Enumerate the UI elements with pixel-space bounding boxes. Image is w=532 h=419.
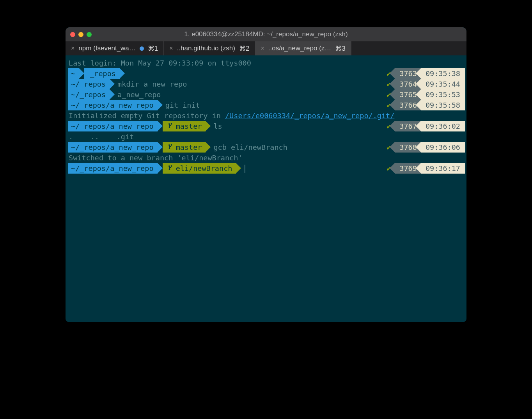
output-line: Switched to a new branch 'eli/newBranch' bbox=[66, 153, 466, 163]
timestamp: 09:35:58 bbox=[421, 100, 465, 110]
traffic-lights bbox=[70, 32, 92, 37]
titlebar[interactable]: 1. e0060334@zz25184MD: ~/_repos/a_new_re… bbox=[66, 27, 466, 41]
path-segment: ~/_repos bbox=[68, 89, 110, 100]
tab-shortcut: ⌘2 bbox=[239, 44, 249, 53]
repo-path-link[interactable]: /Users/e0060334/_repos/a_new_repo/.git/ bbox=[225, 110, 394, 121]
branch-segment: eli/newBranch bbox=[163, 163, 236, 174]
window-title: 1. e0060334@zz25184MD: ~/_repos/a_new_re… bbox=[184, 30, 348, 38]
maximize-window-button[interactable] bbox=[87, 32, 92, 37]
terminal-body[interactable]: Last login: Mon May 27 09:33:09 on ttys0… bbox=[66, 55, 466, 322]
close-window-button[interactable] bbox=[70, 32, 75, 37]
branch-segment: master bbox=[163, 142, 206, 153]
path-segment: ~/_repos/a_new_repo bbox=[68, 163, 158, 174]
prompt-line: ~ _repos ✔ 3763 09:35:38 bbox=[66, 68, 466, 79]
tab-label: ..os/a_new_repo (z… bbox=[268, 44, 332, 52]
tab-shortcut: ⌘3 bbox=[335, 44, 345, 53]
prompt-line: ~/_repos/a_new_repo git init ✔ 3766 09:3… bbox=[66, 100, 466, 110]
timestamp: 09:36:17 bbox=[421, 163, 465, 174]
git-branch-icon bbox=[168, 163, 174, 174]
path-segment: _repos bbox=[84, 68, 120, 79]
right-status: ✔ 3764 09:35:44 bbox=[382, 79, 466, 89]
cursor-position[interactable] bbox=[244, 163, 245, 174]
path-segment: ~/_repos/a_new_repo bbox=[68, 142, 158, 153]
close-icon[interactable]: × bbox=[71, 45, 74, 51]
prompt-line: ~/_repos/a_new_repo master gcb eli/newBr… bbox=[66, 142, 466, 153]
prompt-line: ~/_repos a_new_repo ✔ 3765 09:35:53 bbox=[66, 89, 466, 100]
terminal-window: 1. e0060334@zz25184MD: ~/_repos/a_new_re… bbox=[66, 27, 466, 322]
last-login-line: Last login: Mon May 27 09:33:09 on ttys0… bbox=[66, 58, 466, 68]
tab-bar: × npm (fsevent_wa… ⌘1 × ..han.github.io … bbox=[66, 41, 466, 55]
prompt-line: ~/_repos/a_new_repo eli/newBranch ✔ 3769… bbox=[66, 163, 466, 174]
right-status: ✔ 3766 09:35:58 bbox=[382, 100, 466, 110]
path-segment: ~ bbox=[68, 68, 79, 79]
tab-label: ..han.github.io (zsh) bbox=[177, 44, 235, 52]
git-branch-icon bbox=[168, 121, 174, 131]
activity-dot-icon bbox=[140, 46, 144, 51]
tab-label: npm (fsevent_wa… bbox=[78, 44, 135, 52]
output-text: Initialized empty Git repository in bbox=[69, 110, 225, 121]
close-icon[interactable]: × bbox=[169, 45, 173, 51]
path-segment: ~/_repos bbox=[68, 79, 110, 89]
command-text: mkdir a_new_repo bbox=[117, 79, 187, 89]
command-text: gcb eli/newBranch bbox=[213, 142, 287, 153]
timestamp: 09:35:38 bbox=[421, 68, 465, 79]
command-text: a_new_repo bbox=[117, 89, 161, 100]
right-status: ✔ 3769 09:36:17 bbox=[382, 163, 466, 174]
minimize-window-button[interactable] bbox=[78, 32, 83, 37]
prompt-line: ~/_repos mkdir a_new_repo ✔ 3764 09:35:4… bbox=[66, 79, 466, 89]
command-text: git init bbox=[165, 100, 200, 110]
close-icon[interactable]: × bbox=[261, 45, 264, 51]
tab-3[interactable]: × ..os/a_new_repo (z… ⌘3 bbox=[255, 41, 351, 55]
right-status: ✔ 3767 09:36:02 bbox=[382, 121, 466, 131]
timestamp: 09:35:53 bbox=[421, 89, 465, 100]
tab-2[interactable]: × ..han.github.io (zsh) ⌘2 bbox=[164, 41, 255, 55]
output-line: Initialized empty Git repository in /Use… bbox=[66, 110, 466, 121]
right-status: ✔ 3763 09:35:38 bbox=[382, 68, 466, 79]
git-branch-icon bbox=[168, 142, 174, 153]
timestamp: 09:36:06 bbox=[421, 142, 465, 153]
tab-1[interactable]: × npm (fsevent_wa… ⌘1 bbox=[66, 41, 164, 55]
cursor-icon bbox=[245, 165, 245, 173]
path-segment: ~/_repos/a_new_repo bbox=[68, 121, 158, 131]
timestamp: 09:35:44 bbox=[421, 79, 465, 89]
path-segment: ~/_repos/a_new_repo bbox=[68, 100, 158, 110]
command-text: ls bbox=[213, 121, 222, 131]
tab-shortcut: ⌘1 bbox=[148, 44, 158, 53]
output-line: . .. .git bbox=[66, 131, 466, 142]
right-status: ✔ 3765 09:35:53 bbox=[382, 89, 466, 100]
branch-segment: master bbox=[163, 121, 206, 131]
right-status: ✔ 3768 09:36:06 bbox=[382, 142, 466, 153]
prompt-line: ~/_repos/a_new_repo master ls ✔ 3767 09:… bbox=[66, 121, 466, 131]
timestamp: 09:36:02 bbox=[421, 121, 465, 131]
